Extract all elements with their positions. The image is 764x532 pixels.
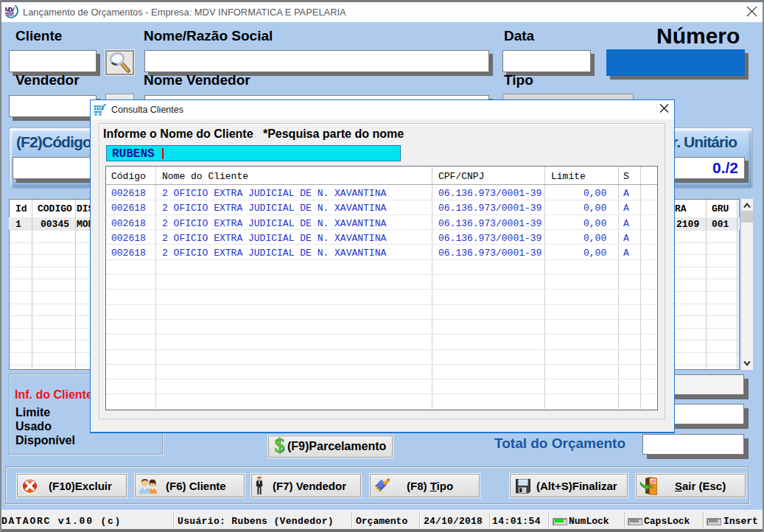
svg-text:MDV: MDV — [4, 6, 15, 13]
svg-text:EXIT: EXIT — [651, 480, 656, 483]
